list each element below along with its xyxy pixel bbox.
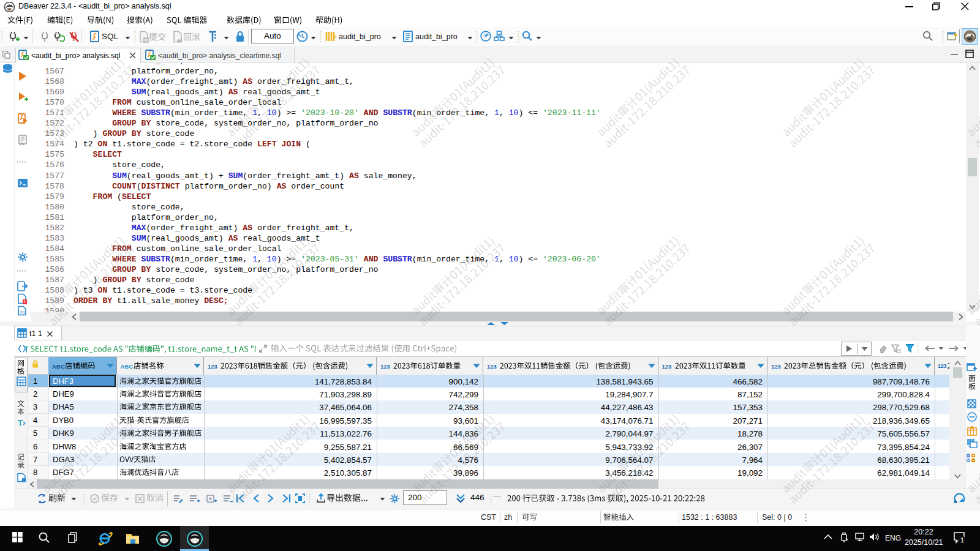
svg-text:1: 1: [960, 536, 964, 544]
svg-text:(x): (x): [19, 309, 24, 315]
